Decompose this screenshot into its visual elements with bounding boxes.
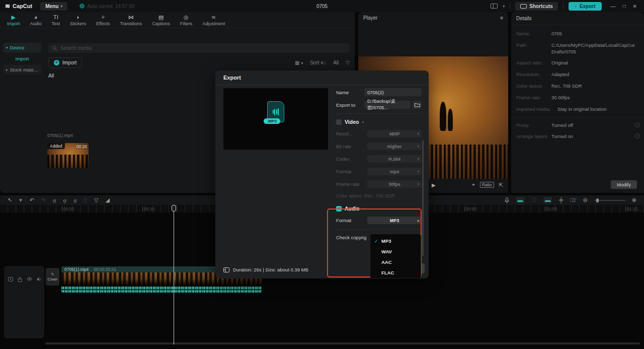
collapse-icon[interactable]: ▴ [363,206,365,211]
grid-view-icon[interactable]: ▦ ▾ [295,60,303,65]
browse-folder-button[interactable] [413,101,422,109]
menu-button[interactable]: Menu ▾ [40,2,67,11]
name-input[interactable] [367,90,419,95]
preview-axis-icon[interactable]: ⎄ [570,197,576,203]
audio-format-label: Format [336,218,367,223]
mute-track-icon[interactable] [37,277,42,283]
layout-chevron-icon[interactable]: ▾ [503,4,505,9]
tab-text[interactable]: TIText [49,14,63,27]
tab-audio[interactable]: ◕Audio [27,14,45,27]
playhead-line[interactable] [174,205,174,344]
workspace-layout-icon[interactable] [491,4,498,9]
framerate-dropdown[interactable]: 30fps▾ [367,180,422,188]
record-voiceover-icon[interactable] [505,197,509,203]
zoom-slider-knob[interactable] [596,198,599,202]
detail-row-arrange: Arrange layersTurned on? [511,131,644,143]
option-wav[interactable]: WAV [370,246,421,257]
divider [336,113,422,114]
detail-row-name: Name:0705 [511,28,644,40]
tab-stickers[interactable]: ◗Stickers [67,14,89,27]
zoom-in-icon[interactable]: ⊕ [632,197,636,203]
option-flac[interactable]: FLAC [370,267,421,278]
sort-control[interactable]: Sort ≡↓ [310,60,326,65]
help-icon[interactable]: ? [635,122,640,127]
split-left-icon[interactable]: ⍶ [63,197,67,203]
main-track-magnet-icon[interactable]: ▬ [516,197,525,203]
tab-transitions[interactable]: ⋈Transitions [117,14,145,27]
media-thumbnail[interactable]: Added 00:26 [47,143,89,168]
device-label: Device [10,45,25,50]
export-preview: .MP3 [223,88,328,150]
playhead-handle[interactable] [172,205,176,212]
tab-effects[interactable]: ✧Effects [93,14,113,27]
search-icon [52,46,57,51]
link-clips-icon[interactable]: ▬ [543,197,552,203]
auto-pack-icon[interactable]: ⎔ [532,197,537,203]
filter-funnel-icon[interactable]: ▽ [346,60,350,65]
fullscreen-icon[interactable]: ⇱ [499,182,503,188]
bitrate-row: Bit rate Higher▾ [336,143,422,150]
modify-button[interactable]: Modify [611,180,637,189]
resolution-dropdown[interactable]: 480P▾ [367,130,422,137]
split-preview-icon[interactable]: ╪ [559,197,563,203]
filter-all[interactable]: All [333,60,339,65]
audio-checkbox[interactable]: ✓ [336,206,342,212]
hide-track-icon[interactable] [27,277,32,283]
zoom-out-icon[interactable]: ⊖ [583,197,588,203]
export-path-field[interactable]: D:/Backup/桌面/0705... [364,101,411,109]
detail-label: Imported media: [516,106,555,113]
tool-chevron-icon[interactable]: ▾ [19,197,22,203]
mp3-badge: .MP3 [264,118,280,124]
sidebar-item-stock-materials[interactable]: ▸ Stock mate... [3,65,41,75]
sidebar-item-import[interactable]: Import [3,54,41,63]
bitrate-dropdown[interactable]: Higher▾ [367,143,422,150]
minimize-button[interactable]: — [611,4,616,9]
search-input[interactable] [60,45,262,51]
timeline-zoom-slider[interactable] [594,200,625,201]
mask-icon[interactable]: ▽ [94,197,98,203]
option-aac[interactable]: AAC [370,257,421,267]
dialog-scrollbar[interactable] [422,140,424,256]
export-button[interactable]: ↑ Export [569,2,602,11]
close-button[interactable]: ✕ [633,4,637,9]
sidebar-item-device[interactable]: ▾ Device [3,43,41,52]
tab-import[interactable]: ▶Import [4,14,23,27]
video-format-dropdown[interactable]: mp4▾ [367,168,422,175]
name-label: Name [336,90,364,95]
focus-preview-icon[interactable]: ⌖ [472,182,475,188]
detail-value: Turned on [551,133,633,140]
split-icon[interactable]: ⍶ [53,197,56,203]
maximize-button[interactable]: □ [623,4,626,9]
undo-icon[interactable]: ↶ [30,197,34,203]
name-field[interactable] [364,88,422,96]
audio-format-dropdown[interactable]: MP3▴ [367,217,422,224]
media-search[interactable] [48,43,350,53]
lock-track-icon[interactable] [18,277,22,283]
select-tool-icon[interactable]: ↖ [8,197,12,203]
tab-filters[interactable]: ◎Filters [177,14,196,27]
shortcuts-button[interactable]: Shortcuts [515,2,558,11]
split-right-icon[interactable]: ⍶ [73,197,77,203]
keyboard-icon [520,4,527,9]
video-checkbox[interactable] [336,119,342,125]
hamburger-menu-icon[interactable]: ≡ [500,15,503,21]
tab-captions[interactable]: ▤Captions [149,14,173,27]
tab-adjustment[interactable]: ≍Adjustment [199,14,228,27]
resolution-label: Resol... [336,131,367,136]
triangle-right-icon: ▸ [6,68,8,72]
redo-icon[interactable]: ↷ [41,197,46,203]
cover-button[interactable]: ✎ Cover [46,268,59,286]
crop-icon[interactable]: ◢ [106,197,110,203]
option-mp3[interactable]: ✓MP3 [370,236,421,246]
delete-icon[interactable]: ▯ [84,197,87,203]
help-icon[interactable]: ? [635,133,640,138]
film-icon [223,267,229,272]
import-media-button[interactable]: + Import [48,57,82,68]
collapse-icon[interactable]: ▴ [362,120,364,124]
codec-dropdown[interactable]: H.264▾ [367,155,422,163]
ratio-button[interactable]: Ratio [480,182,494,188]
export-arrow-icon: ↑ [575,4,577,9]
play-icon[interactable]: ▶ [432,182,436,188]
timeline-horizontal-scrollbar[interactable] [45,342,640,344]
autosave-check-icon: ✓ [79,4,85,9]
